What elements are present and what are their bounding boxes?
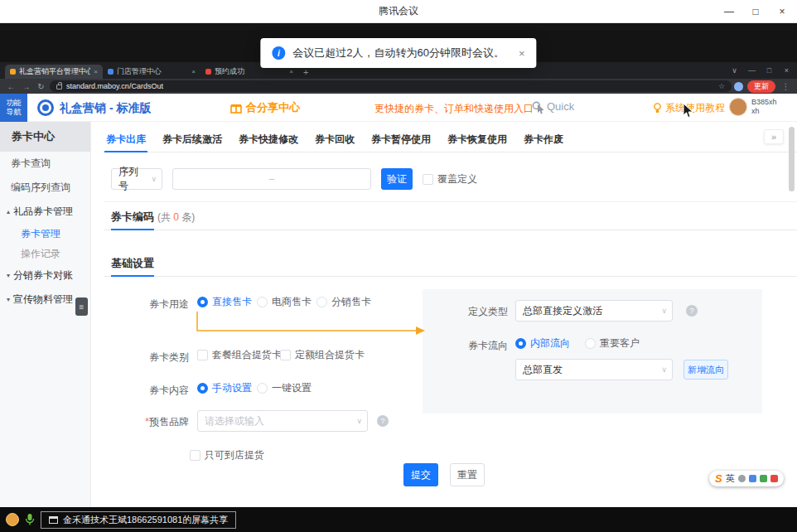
sidebar-group-gift-card[interactable]: ▴ 礼品券卡管理 [0, 200, 90, 224]
tab-close-icon[interactable]: × [289, 68, 293, 75]
help-icon[interactable]: ? [377, 415, 389, 427]
scrollbar-thumb[interactable] [789, 127, 795, 191]
tencent-meeting-window: 腾讯会议 — □ × 礼盒营销平台管理中心 × 门店管理中心 × [0, 0, 797, 532]
coding-title-text: 券卡编码 [111, 210, 154, 225]
menu-lines-icon: ≡ [80, 302, 85, 312]
sharer-avatar [6, 513, 19, 526]
maximize-icon[interactable]: □ [742, 0, 769, 23]
presale-brand-select[interactable]: 请选择或输入 ∨ [197, 410, 368, 432]
bookmark-star-icon[interactable]: ☆ [718, 82, 725, 90]
radio-manual-setting[interactable]: 手动设置 [197, 381, 252, 395]
tab-search-icon[interactable]: ∨ [726, 66, 743, 75]
tab-card-activate[interactable]: 券卡后续激活 [161, 127, 224, 152]
panel-collapse-button[interactable]: » [764, 129, 784, 144]
override-define-label: 覆盖定义 [437, 172, 477, 186]
radio-important-customer[interactable]: 重要客户 [585, 336, 640, 351]
forward-icon[interactable]: → [20, 82, 32, 91]
close-icon[interactable]: × [769, 0, 795, 23]
radio-label: 一键设置 [272, 381, 312, 395]
promo-entry-link[interactable]: 更快捷的券卡、订单和快递使用入口 [374, 102, 545, 116]
basic-active-underline [111, 275, 154, 277]
tab-card-resume[interactable]: 券卡恢复使用 [446, 127, 509, 152]
new-tab-icon[interactable]: + [303, 67, 308, 77]
serial-range-input[interactable]: – [172, 168, 371, 190]
url-text: standard.maboy.cn/CardsOut [66, 82, 714, 90]
sidebar-item-card-manage[interactable]: 券卡管理 [0, 224, 90, 244]
browser-tab-2[interactable]: 门店管理中心 × [103, 65, 200, 79]
lightbulb-icon [653, 103, 662, 114]
quick-search[interactable]: Quick [532, 100, 574, 113]
address-bar[interactable]: standard.maboy.cn/CardsOut ☆ [50, 80, 732, 92]
define-type-value: 总部直接定义激活 [523, 304, 602, 318]
range-separator: – [269, 173, 275, 185]
checkbox-store-pickup-only[interactable]: 只可到店提货 [190, 448, 264, 462]
browser-tab-1[interactable]: 礼盒营销平台管理中心 × [5, 65, 103, 79]
sidebar-item-operation-log[interactable]: 操作记录 [0, 244, 90, 264]
chevron-down-icon: ∨ [151, 175, 157, 183]
ime-toolbar[interactable]: S 英 [709, 471, 784, 486]
user-name: B385xh [751, 98, 777, 107]
define-type-select[interactable]: 总部直接定义激活 ∨ [515, 300, 673, 322]
sidebar-group-distribution[interactable]: ▾ 分销券卡对账 [0, 264, 90, 288]
share-center-link[interactable]: 合分享中心 [230, 100, 300, 115]
checkbox-combo-pickup-card[interactable]: 套餐组合提货卡 [197, 348, 282, 362]
radio-label: 直接售卡 [212, 295, 252, 309]
radio-ecommerce-sale[interactable]: 电商售卡 [257, 295, 312, 309]
divider [104, 230, 797, 230]
toast-close-icon[interactable]: × [519, 47, 525, 60]
submit-button[interactable]: 提交 [403, 463, 438, 486]
tab-card-pause[interactable]: 券卡暂停使用 [370, 127, 432, 152]
sidebar-item-card-query[interactable]: 券卡查询 [0, 152, 90, 176]
help-icon[interactable]: ? [686, 305, 698, 317]
function-nav-toggle[interactable]: 功能 导航 [0, 94, 27, 122]
mouse-cursor-icon [683, 103, 694, 119]
tab-card-void[interactable]: 券卡作废 [522, 127, 565, 152]
browser-menu-icon[interactable]: ⋮ [780, 82, 792, 91]
tab-card-recycle[interactable]: 券卡回收 [313, 127, 356, 152]
coding-count: (共 0 条) [157, 210, 195, 225]
radio-internal-flow[interactable]: 内部流向 [515, 336, 570, 351]
browser-update-button[interactable]: 更新 [747, 80, 775, 93]
reset-button[interactable]: 重置 [450, 463, 485, 486]
radio-direct-sale[interactable]: 直接售卡 [197, 295, 252, 309]
serial-type-select[interactable]: 序列号 ∨ [111, 168, 162, 190]
radio-distribution-sale[interactable]: 分销售卡 [316, 295, 371, 309]
ime-settings-icon[interactable] [760, 475, 767, 482]
info-icon: i [272, 46, 285, 60]
minimize-icon[interactable]: — [716, 0, 742, 23]
ime-keyboard-icon[interactable] [749, 475, 756, 482]
override-define-checkbox[interactable]: 覆盖定义 [423, 172, 477, 186]
browser-minimize-icon[interactable]: — [743, 66, 761, 75]
add-flow-button[interactable]: 新增流向 [683, 360, 728, 380]
toast-message: 会议已超过2人，自动转为60分钟限时会议。 [292, 46, 505, 60]
ime-tools-icon[interactable] [770, 475, 778, 482]
checkbox-icon [190, 450, 200, 461]
tab-close-icon[interactable]: × [191, 68, 196, 75]
tab-card-outbound[interactable]: 券卡出库 [104, 127, 147, 152]
brand-placeholder: 请选择或输入 [205, 414, 264, 428]
browser-profile-avatar[interactable] [734, 82, 743, 91]
browser-maximize-icon[interactable]: □ [761, 66, 778, 75]
definition-panel: 定义类型 总部直接定义激活 ∨ ? 券卡流向 内部流向 [423, 289, 762, 414]
sidebar-group-label: 分销券卡对账 [13, 268, 73, 283]
checkbox-icon [197, 350, 208, 360]
flow-target-select[interactable]: 总部直发 ∨ [515, 359, 673, 380]
tab-card-quick-edit[interactable]: 券卡快捷修改 [237, 127, 300, 152]
search-icon [532, 101, 543, 112]
basic-settings-title: 基础设置 [111, 256, 154, 271]
sidebar-collapse-handle[interactable]: ≡ [75, 297, 88, 316]
sidebar-item-code-sequence-query[interactable]: 编码序列查询 [0, 176, 90, 200]
ime-mode-icon[interactable] [738, 475, 746, 482]
share-status-box: 金禾通技术王斌18662591081的屏幕共享 [41, 511, 236, 529]
tab-close-icon[interactable]: × [94, 68, 98, 75]
microphone-icon[interactable] [25, 513, 35, 526]
ime-language-mode[interactable]: 英 [726, 472, 735, 485]
checkbox-fixed-combo-pickup-card[interactable]: 定额组合提货卡 [280, 348, 365, 362]
reload-icon[interactable]: ↻ [35, 82, 47, 91]
user-account[interactable]: B385xh xh [729, 98, 777, 116]
radio-one-click-setting[interactable]: 一键设置 [257, 381, 312, 395]
checkbox-label: 套餐组合提货卡 [212, 348, 282, 362]
browser-close-icon[interactable]: × [778, 66, 795, 75]
back-icon[interactable]: ← [5, 82, 17, 91]
verify-button[interactable]: 验证 [381, 168, 413, 190]
